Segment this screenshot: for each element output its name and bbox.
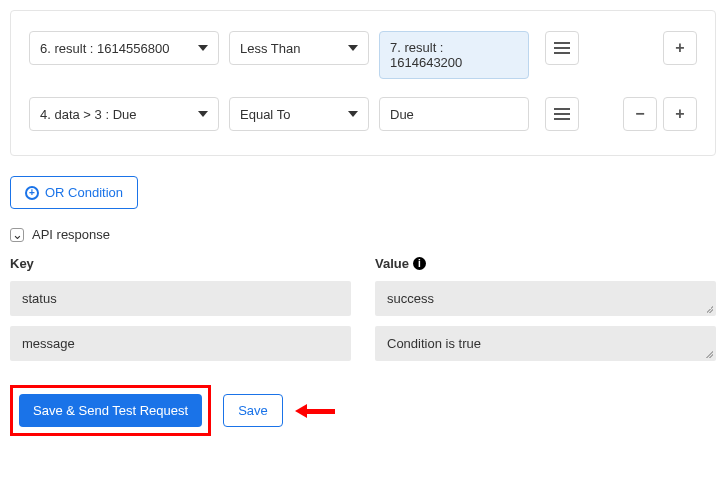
operator-select[interactable]: Less Than bbox=[229, 31, 369, 65]
arrow-left-icon bbox=[295, 404, 335, 418]
plus-circle-icon: + bbox=[25, 186, 39, 200]
info-icon[interactable]: i bbox=[413, 257, 426, 270]
key-column-label: Key bbox=[10, 256, 351, 271]
condition-row: 6. result : 1614556800 Less Than 7. resu… bbox=[29, 31, 697, 79]
operator-value: Less Than bbox=[240, 41, 300, 56]
api-response-header: ⌄ API response bbox=[10, 227, 716, 242]
key-field[interactable]: message bbox=[10, 326, 351, 361]
lhs-value: 4. data > 3 : Due bbox=[40, 107, 136, 122]
or-condition-label: OR Condition bbox=[45, 185, 123, 200]
operator-value: Equal To bbox=[240, 107, 290, 122]
row-actions: − + bbox=[623, 97, 697, 131]
chevron-down-icon bbox=[198, 45, 208, 51]
reorder-handle[interactable] bbox=[545, 31, 579, 65]
reorder-handle[interactable] bbox=[545, 97, 579, 131]
chevron-down-icon bbox=[348, 45, 358, 51]
value-field[interactable]: Condition is true bbox=[375, 326, 716, 361]
chevron-down-icon bbox=[348, 111, 358, 117]
key-value-columns: Key status message Value i success Condi… bbox=[10, 256, 716, 371]
operator-select[interactable]: Equal To bbox=[229, 97, 369, 131]
rhs-token[interactable]: 7. result : 1614643200 bbox=[379, 31, 529, 79]
value-column: Value i success Condition is true bbox=[375, 256, 716, 371]
api-response-label: API response bbox=[32, 227, 110, 242]
remove-condition-button[interactable]: − bbox=[623, 97, 657, 131]
rhs-value: 7. result : 1614643200 bbox=[390, 40, 518, 70]
conditions-card: 6. result : 1614556800 Less Than 7. resu… bbox=[10, 10, 716, 156]
footer-actions: Save & Send Test Request Save bbox=[10, 385, 716, 436]
key-column: Key status message bbox=[10, 256, 351, 371]
api-response-section: ⌄ API response Key status message Value … bbox=[10, 227, 716, 371]
highlight-box: Save & Send Test Request bbox=[10, 385, 211, 436]
chevron-down-icon bbox=[198, 111, 208, 117]
plus-icon: + bbox=[675, 40, 684, 56]
add-condition-button[interactable]: + bbox=[663, 97, 697, 131]
save-send-test-button[interactable]: Save & Send Test Request bbox=[19, 394, 202, 427]
save-button[interactable]: Save bbox=[223, 394, 283, 427]
lhs-select[interactable]: 4. data > 3 : Due bbox=[29, 97, 219, 131]
value-column-label: Value i bbox=[375, 256, 716, 271]
row-actions: + bbox=[663, 31, 697, 65]
lhs-select[interactable]: 6. result : 1614556800 bbox=[29, 31, 219, 65]
or-condition-button[interactable]: + OR Condition bbox=[10, 176, 138, 209]
rhs-value: Due bbox=[390, 107, 414, 122]
hamburger-icon bbox=[554, 42, 570, 54]
condition-row: 4. data > 3 : Due Equal To Due − + bbox=[29, 97, 697, 131]
plus-icon: + bbox=[675, 106, 684, 122]
value-field[interactable]: success bbox=[375, 281, 716, 316]
chevron-down-icon: ⌄ bbox=[12, 227, 23, 242]
hamburger-icon bbox=[554, 108, 570, 120]
collapse-toggle[interactable]: ⌄ bbox=[10, 228, 24, 242]
key-field[interactable]: status bbox=[10, 281, 351, 316]
add-condition-button[interactable]: + bbox=[663, 31, 697, 65]
lhs-value: 6. result : 1614556800 bbox=[40, 41, 169, 56]
rhs-input[interactable]: Due bbox=[379, 97, 529, 131]
minus-icon: − bbox=[635, 106, 644, 122]
